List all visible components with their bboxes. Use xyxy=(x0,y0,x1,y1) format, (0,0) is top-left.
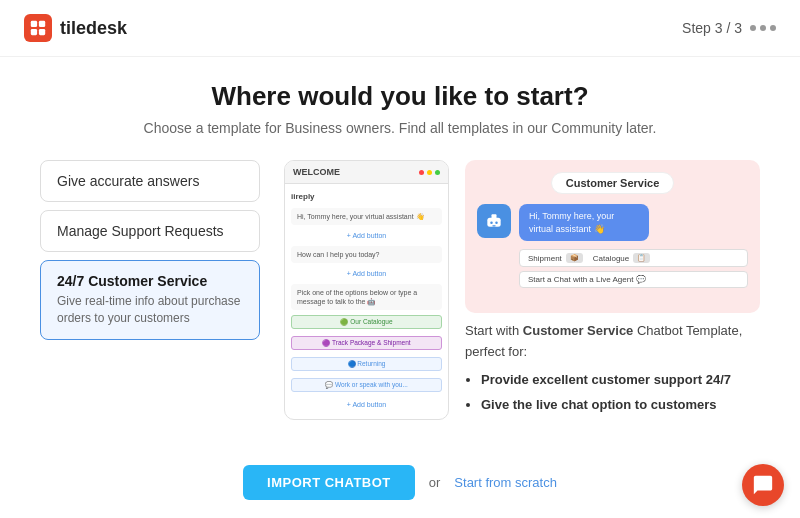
logo-text: tiledesk xyxy=(60,18,127,39)
flow-bot-name: iireply xyxy=(291,190,442,203)
flow-msg-2: How can I help you today? xyxy=(291,246,442,263)
step-dot-3 xyxy=(770,25,776,31)
step-text: Step 3 / 3 xyxy=(682,20,742,36)
content-area: Give accurate answers Manage Support Req… xyxy=(40,160,760,420)
flow-header: WELCOME xyxy=(285,161,448,184)
flow-opt-speak[interactable]: 💬 Work or speak with you... xyxy=(291,378,442,392)
footer: IMPORT CHATBOT or Start from scratch xyxy=(0,465,800,500)
flow-dot-green xyxy=(435,170,440,175)
template-customer-title: 24/7 Customer Service xyxy=(57,273,243,289)
svg-rect-0 xyxy=(31,21,37,27)
cs-bot-icon xyxy=(477,204,511,238)
import-chatbot-button[interactable]: IMPORT CHATBOT xyxy=(243,465,415,500)
or-text: or xyxy=(429,475,441,490)
step-indicator: Step 3 / 3 xyxy=(682,20,776,36)
flow-title: WELCOME xyxy=(293,167,340,177)
template-item-support[interactable]: Manage Support Requests xyxy=(40,210,260,252)
flow-header-dots xyxy=(419,170,440,175)
main-content: Where would you like to start? Choose a … xyxy=(0,57,800,440)
flow-dot-red xyxy=(419,170,424,175)
page-subtitle: Choose a template for Business owners. F… xyxy=(40,120,760,136)
svg-rect-2 xyxy=(31,29,37,35)
flow-preview: WELCOME iireply Hi, Tommy here, your vir… xyxy=(284,160,449,420)
flow-add-btn-1[interactable]: + Add button xyxy=(291,230,442,241)
step-dot-2 xyxy=(760,25,766,31)
cs-btn-shipment: Shipment 📦 Catalogue 📋 xyxy=(519,249,748,267)
preview-right-panel: Customer Service Hi, Tommy here, you xyxy=(465,160,760,420)
cs-live-btn: Start a Chat with a Live Agent 💬 xyxy=(519,271,748,288)
svg-rect-8 xyxy=(492,225,495,226)
bullet-2: Give the live chat option to customers xyxy=(481,395,760,416)
cs-bot-area: Hi, Tommy here, your virtual assistant 👋 xyxy=(477,204,748,241)
cs-header-tag: Customer Service xyxy=(551,172,675,194)
cs-chat-bubble: Hi, Tommy here, your virtual assistant 👋 xyxy=(519,204,649,241)
svg-rect-5 xyxy=(492,214,497,218)
template-item-customer[interactable]: 24/7 Customer Service Give real-time inf… xyxy=(40,260,260,340)
page-title: Where would you like to start? xyxy=(40,81,760,112)
step-dot-1 xyxy=(750,25,756,31)
header: tiledesk Step 3 / 3 xyxy=(0,0,800,57)
svg-rect-1 xyxy=(39,21,45,27)
flow-opt-catalogue[interactable]: 🟢 Our Catalogue xyxy=(291,315,442,329)
step-dots xyxy=(750,25,776,31)
logo-icon xyxy=(24,14,52,42)
flow-add-btn-3[interactable]: + Add button xyxy=(291,399,442,410)
flow-content: iireply Hi, Tommy here, your virtual ass… xyxy=(285,184,448,416)
preview-panel: WELCOME iireply Hi, Tommy here, your vir… xyxy=(284,160,760,420)
flow-msg-3: Pick one of the options below or type a … xyxy=(291,284,442,310)
desc-template-name: Customer Service xyxy=(523,323,634,338)
flow-msg-1: Hi, Tommy here, your virtual assistant 👋 xyxy=(291,208,442,225)
template-list: Give accurate answers Manage Support Req… xyxy=(40,160,260,420)
preview-description: Start with Customer Service Chatbot Temp… xyxy=(465,321,760,420)
start-from-scratch-link[interactable]: Start from scratch xyxy=(454,475,557,490)
template-item-accurate[interactable]: Give accurate answers xyxy=(40,160,260,202)
bullet-1: Provide excellent customer support 24/7 xyxy=(481,370,760,391)
desc-prefix: Start with xyxy=(465,323,523,338)
svg-point-6 xyxy=(490,221,493,224)
svg-rect-3 xyxy=(39,29,45,35)
flow-opt-returning[interactable]: 🔵 Returning xyxy=(291,357,442,371)
flow-dot-yellow xyxy=(427,170,432,175)
flow-opt-track[interactable]: 🟣 Track Package & Shipment xyxy=(291,336,442,350)
bullet-list: Provide excellent customer support 24/7 … xyxy=(465,370,760,416)
svg-point-7 xyxy=(495,221,498,224)
chat-fab-button[interactable] xyxy=(742,464,784,506)
cs-preview: Customer Service Hi, Tommy here, you xyxy=(465,160,760,313)
logo: tiledesk xyxy=(24,14,127,42)
flow-add-btn-2[interactable]: + Add button xyxy=(291,268,442,279)
cs-buttons: Shipment 📦 Catalogue 📋 Start a Chat with… xyxy=(477,249,748,288)
template-customer-desc: Give real-time info about purchase order… xyxy=(57,293,243,327)
